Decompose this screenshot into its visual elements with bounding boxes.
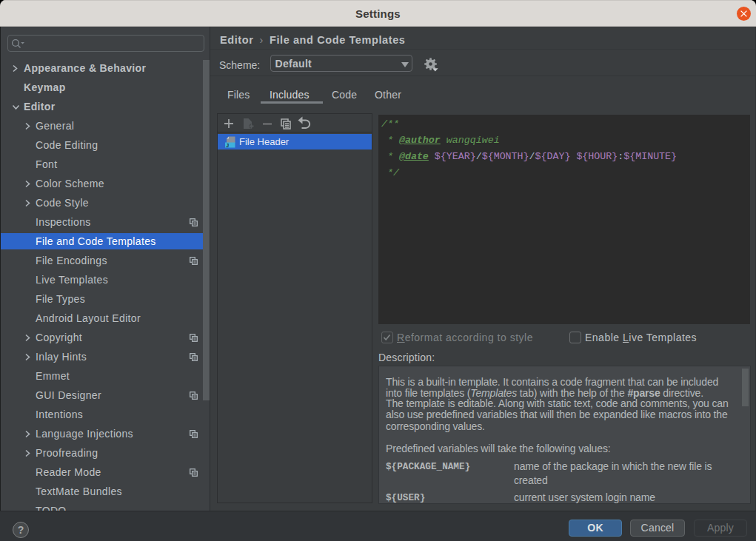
svg-text:J: J	[226, 142, 229, 147]
